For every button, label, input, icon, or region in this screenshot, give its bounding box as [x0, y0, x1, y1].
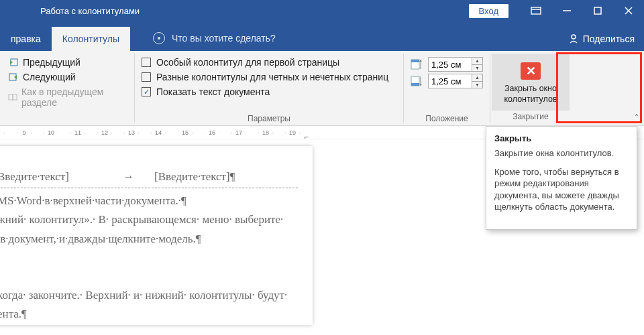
ruler-mark: 13: [118, 126, 145, 139]
svg-rect-10: [9, 94, 13, 100]
header-placeholder-center[interactable]: [Введите·текст]¶: [154, 170, 235, 184]
next-label: Следующий: [23, 72, 76, 82]
svg-point-6: [158, 37, 160, 40]
ruler-mark: 12: [91, 126, 118, 139]
close-button-label-2: колонтитулов: [504, 94, 557, 105]
close-header-footer-button[interactable]: ✕ Закрыть окно колонтитулов: [492, 54, 570, 111]
tooltip-title: Закрыть: [494, 133, 629, 143]
spinner-buttons[interactable]: ▲▼: [472, 74, 483, 88]
svg-point-7: [572, 35, 576, 39]
ruler-mark: 15: [172, 126, 199, 139]
checkbox-checked-icon: [142, 87, 151, 96]
header-from-top: ▲▼: [409, 57, 484, 72]
previous-section-button[interactable]: Предыдущий: [5, 55, 129, 70]
link-icon: [8, 92, 17, 102]
tell-me-box[interactable]: Что вы хотите сделать?: [153, 32, 276, 51]
header-placeholder-left[interactable]: Введите·текст]: [0, 170, 69, 184]
window-controls: Вход: [469, 0, 644, 21]
group-navigation: Предыдущий Следующий Как в предыдущем ра…: [0, 51, 134, 125]
lightbulb-icon: [153, 32, 165, 44]
share-label: Поделиться: [583, 34, 635, 44]
chk-odd-even-label: Разные колонтитулы для четных и нечетных…: [156, 72, 388, 82]
ribbon-display-icon[interactable]: [521, 0, 551, 21]
ribbon-tabs: правка Колонтитулы Что вы хотите сделать…: [0, 21, 644, 51]
ruler-mark: 10: [38, 126, 64, 139]
group-options-label: Параметры: [135, 113, 403, 125]
ruler-mark: 16: [199, 126, 225, 139]
tab-review[interactable]: правка: [0, 27, 52, 51]
spinner-buttons[interactable]: ▲▼: [472, 57, 483, 72]
tab-stop-marker[interactable]: ⌐: [305, 133, 309, 141]
close-window-button[interactable]: [613, 0, 644, 21]
previous-icon: [8, 58, 19, 67]
checkbox-icon: [142, 72, 151, 82]
tell-me-placeholder: Что вы хотите сделать?: [172, 33, 276, 44]
group-close: ✕ Закрыть окно колонтитулов Закрытие: [492, 54, 570, 123]
sign-in-button[interactable]: Вход: [469, 4, 508, 18]
ruler-mark: 14: [145, 126, 172, 139]
doc-line: MS·Word·в·верхней·части·документа.·¶: [0, 192, 306, 210]
doc-line: жний· колонтитул».· В· раскрывающемся· м…: [0, 211, 306, 228]
close-button-label-1: Закрыть окно: [504, 84, 557, 94]
tab-header-footer[interactable]: Колонтитулы: [52, 27, 130, 51]
next-section-button[interactable]: Следующий: [5, 70, 129, 84]
doc-line: когда· закончите.· Верхний· и· нижний· к…: [0, 287, 306, 304]
chk-first-page-label: Особый колонтитул для первой страницы: [156, 57, 339, 68]
svg-rect-13: [411, 60, 419, 62]
contextual-tab-title: Работа с колонтитулами: [40, 6, 140, 16]
next-icon: [8, 72, 19, 82]
footer-position-icon: [409, 75, 424, 87]
doc-line: ·в·документ,·и·дважды·щелкните·модель.¶: [0, 230, 306, 248]
ruler-mark: 9: [11, 126, 38, 139]
header-from-top-input[interactable]: [428, 57, 472, 72]
link-to-previous-button[interactable]: Как в предыдущем разделе: [5, 84, 129, 110]
share-icon: [568, 34, 579, 44]
checkbox-icon: [142, 58, 151, 67]
group-options: Особый колонтитул для первой страницы Ра…: [135, 51, 403, 125]
ruler-mark: 17: [225, 126, 252, 139]
title-bar: Работа с колонтитулами Вход: [0, 0, 644, 21]
tab-arrow-icon: →: [123, 170, 134, 184]
previous-label: Предыдущий: [23, 57, 80, 68]
footer-from-bottom: ▲▼: [409, 74, 484, 88]
minimize-button[interactable]: [551, 0, 582, 21]
chk-show-document[interactable]: Показать текст документа: [140, 84, 398, 99]
close-x-icon: ✕: [521, 62, 541, 80]
ruler-mark: 18: [252, 126, 279, 139]
svg-rect-11: [13, 94, 17, 100]
page[interactable]: Введите·текст] → [Введите·текст]¶ MS·Wor…: [0, 146, 313, 325]
chk-show-document-label: Показать текст документа: [156, 86, 270, 97]
svg-rect-16: [411, 83, 419, 86]
chk-odd-even[interactable]: Разные колонтитулы для четных и нечетных…: [140, 70, 398, 84]
doc-line: ента.¶: [0, 306, 306, 323]
tooltip-text-2: Кроме того, чтобы вернуться в режим реда…: [494, 166, 629, 213]
group-close-label: Закрытие: [492, 111, 570, 123]
chk-first-page[interactable]: Особый колонтитул для первой страницы: [140, 55, 398, 70]
group-position-label: Положение: [404, 113, 490, 125]
ribbon: Предыдущий Следующий Как в предыдущем ра…: [0, 51, 644, 126]
ruler-mark: 11: [64, 126, 91, 139]
link-label: Как в предыдущем разделе: [21, 86, 126, 108]
tooltip-text-1: Закрытие окна колонтитулов.: [494, 147, 629, 159]
header-position-icon: [409, 58, 424, 70]
screen-tip: Закрыть Закрытие окна колонтитулов. Кром…: [486, 126, 637, 230]
group-position: ▲▼ ▲▼ Положение: [404, 51, 490, 125]
document-body-text: MS·Word·в·верхней·части·документа.·¶ жни…: [0, 188, 306, 324]
svg-rect-3: [594, 7, 601, 14]
svg-rect-0: [531, 7, 541, 14]
group-nav-label: [0, 122, 134, 125]
footer-from-bottom-input[interactable]: [428, 74, 472, 88]
collapse-ribbon-button[interactable]: ˄: [635, 113, 639, 123]
ruler-mark: 19: [279, 126, 306, 139]
document-area: 8910111213141516171819 ⌐ Введите·текст] …: [0, 126, 644, 335]
header-edit-area[interactable]: Введите·текст] → [Введите·текст]¶: [0, 146, 298, 188]
ruler-mark: 8: [0, 126, 11, 139]
share-button[interactable]: Поделиться: [568, 34, 635, 44]
maximize-button[interactable]: [582, 0, 613, 21]
